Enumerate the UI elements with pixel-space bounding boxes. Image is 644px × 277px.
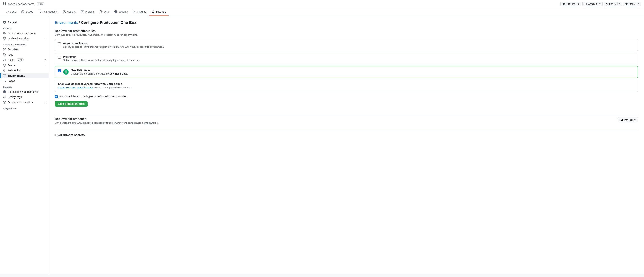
actions-icon xyxy=(63,10,66,13)
create-protection-rules-link[interactable]: Create your own protection rules xyxy=(58,86,93,89)
sidebar-item-actions[interactable]: Actions ▾ xyxy=(0,62,49,68)
deployment-branches-info: Deployment branches Can be used to limit… xyxy=(55,117,158,127)
sidebar-tags-label: Tags xyxy=(8,53,13,56)
security-icon xyxy=(114,10,117,13)
sidebar-item-collaborators[interactable]: Collaborators and teams xyxy=(0,30,49,36)
environment-secrets-section: Environment secrets xyxy=(55,133,638,137)
edit-pins-button[interactable]: Edit Pins ▾ xyxy=(560,1,581,6)
tab-settings[interactable]: Settings xyxy=(149,8,169,16)
sidebar-item-pages[interactable]: Pages xyxy=(0,78,49,83)
wait-timer-card: Wait timer Set an amount of time to wait… xyxy=(55,52,638,64)
insights-icon xyxy=(133,10,136,13)
sidebar-item-environments[interactable]: Environments xyxy=(0,73,49,78)
wait-timer-content: Wait timer Set an amount of time to wait… xyxy=(63,55,139,61)
table-icon xyxy=(3,74,6,77)
nav-tabs: Code Issues Pull requests Actions Projec… xyxy=(0,8,644,16)
watch-label: Watch xyxy=(588,2,594,5)
allow-admins-label: Allow administrators to bypass configure… xyxy=(59,95,126,98)
edit-pins-dropdown[interactable]: ▾ xyxy=(576,2,579,5)
sidebar-item-branches[interactable]: Branches xyxy=(0,47,49,52)
repo-info: owner/repository-name Public xyxy=(3,2,45,6)
sidebar-code-security-label: Code security and analysis xyxy=(8,90,39,93)
new-relic-gate-desc: Custom protection rule provided by New R… xyxy=(71,72,128,75)
sidebar-pages-label: Pages xyxy=(8,79,15,82)
fork-button[interactable]: Fork 0 ▾ xyxy=(604,1,622,6)
pin-icon xyxy=(562,3,565,5)
breadcrumb: Environments / Configure Production One-… xyxy=(55,20,638,25)
code-icon xyxy=(6,10,9,13)
advanced-rules-section: Enable additional advanced rules with Gi… xyxy=(55,80,638,92)
sidebar-item-secrets[interactable]: Secrets and variables ▾ xyxy=(0,100,49,105)
sidebar-item-code-security[interactable]: Code security and analysis xyxy=(0,89,49,94)
deployment-branches-title: Deployment branches xyxy=(55,117,158,121)
wait-timer-checkbox[interactable] xyxy=(58,56,61,58)
integrations-section-label: Integrations xyxy=(0,105,49,111)
new-relic-gate-checkbox[interactable] xyxy=(58,69,61,72)
tab-projects-label: Projects xyxy=(85,10,95,13)
breadcrumb-environments-link[interactable]: Environments xyxy=(55,20,78,24)
sidebar-collaborators-label: Collaborators and teams xyxy=(8,32,36,35)
sidebar-secrets-label: Secrets and variables xyxy=(8,101,33,104)
tab-issues[interactable]: Issues xyxy=(18,8,36,16)
sidebar-item-deploy-keys[interactable]: Deploy keys xyxy=(0,94,49,100)
tab-projects[interactable]: Projects xyxy=(78,8,97,16)
sidebar-item-tags[interactable]: Tags xyxy=(0,52,49,57)
sidebar-item-general[interactable]: General xyxy=(0,20,49,25)
star-dropdown[interactable]: ▾ xyxy=(636,2,639,5)
issues-icon xyxy=(21,10,24,13)
sidebar-item-webhooks[interactable]: Webhooks xyxy=(0,68,49,73)
tag-icon xyxy=(3,53,6,56)
person-icon xyxy=(3,32,6,35)
star-label: Star xyxy=(628,2,633,5)
all-branches-label: All branches xyxy=(620,118,634,121)
star-icon xyxy=(625,3,628,5)
tab-insights[interactable]: Insights xyxy=(130,8,149,16)
tab-pull-requests[interactable]: Pull requests xyxy=(36,8,60,16)
pr-icon xyxy=(38,10,41,13)
tab-actions[interactable]: Actions xyxy=(60,8,78,16)
new-relic-gate-card: New Relic Gate Custom protection rule pr… xyxy=(55,66,638,78)
divider xyxy=(55,114,638,114)
tab-pr-label: Pull requests xyxy=(42,10,58,13)
tab-wiki[interactable]: Wiki xyxy=(97,8,112,16)
deployment-protection-title: Deployment protection rules xyxy=(55,29,638,33)
tab-code-label: Code xyxy=(10,10,16,13)
sidebar-webhooks-label: Webhooks xyxy=(8,69,20,72)
watch-dropdown[interactable]: ▾ xyxy=(598,2,600,5)
security-section-label: Security xyxy=(0,83,49,89)
key-icon xyxy=(3,95,6,98)
deployment-branches-section: Deployment branches Can be used to limit… xyxy=(55,117,638,127)
allow-admins-checkbox[interactable] xyxy=(55,95,58,98)
deployment-protection-section: Deployment protection rules Configure re… xyxy=(55,29,638,137)
actions-sidebar-icon xyxy=(3,64,6,67)
fork-count: 0 xyxy=(615,2,616,5)
sidebar-item-rules[interactable]: Rules Beta ▾ xyxy=(0,57,49,62)
tab-issues-label: Issues xyxy=(25,10,33,13)
page-layout: General Access Collaborators and teams M… xyxy=(0,16,644,274)
fork-icon xyxy=(606,3,608,5)
save-protection-rules-button[interactable]: Save protection rules xyxy=(55,101,88,107)
star-button[interactable]: Star 0 ▾ xyxy=(623,1,641,6)
tab-code[interactable]: Code xyxy=(3,8,18,16)
plus-circle-icon xyxy=(3,101,6,104)
tab-insights-label: Insights xyxy=(137,10,146,13)
deployment-branches-row: Deployment branches Can be used to limit… xyxy=(55,117,638,127)
breadcrumb-separator: / xyxy=(79,20,81,24)
sidebar-branches-label: Branches xyxy=(8,48,18,51)
watch-button[interactable]: Watch 0 ▾ xyxy=(582,1,603,6)
sidebar-item-moderation[interactable]: Moderation options ▾ xyxy=(0,36,49,41)
required-reviewers-desc: Specify people or teams that may approve… xyxy=(63,45,164,48)
rule-icon xyxy=(3,58,6,61)
sidebar-deploy-keys-label: Deploy keys xyxy=(8,95,22,98)
required-reviewers-checkbox[interactable] xyxy=(58,42,61,45)
access-section-label: Access xyxy=(0,25,49,30)
env-secrets-title: Environment secrets xyxy=(55,133,638,137)
edit-pins-label: Edit Pins xyxy=(566,2,576,5)
tab-security[interactable]: Security xyxy=(112,8,130,16)
fork-dropdown[interactable]: ▾ xyxy=(617,2,620,5)
top-bar: owner/repository-name Public Edit Pins ▾… xyxy=(0,0,644,8)
deployment-branches-desc: Can be used to limit what branches can d… xyxy=(55,121,158,124)
fork-label: Fork xyxy=(609,2,614,5)
webhook-icon xyxy=(3,69,6,72)
all-branches-button[interactable]: All branches ▾ xyxy=(618,117,638,122)
